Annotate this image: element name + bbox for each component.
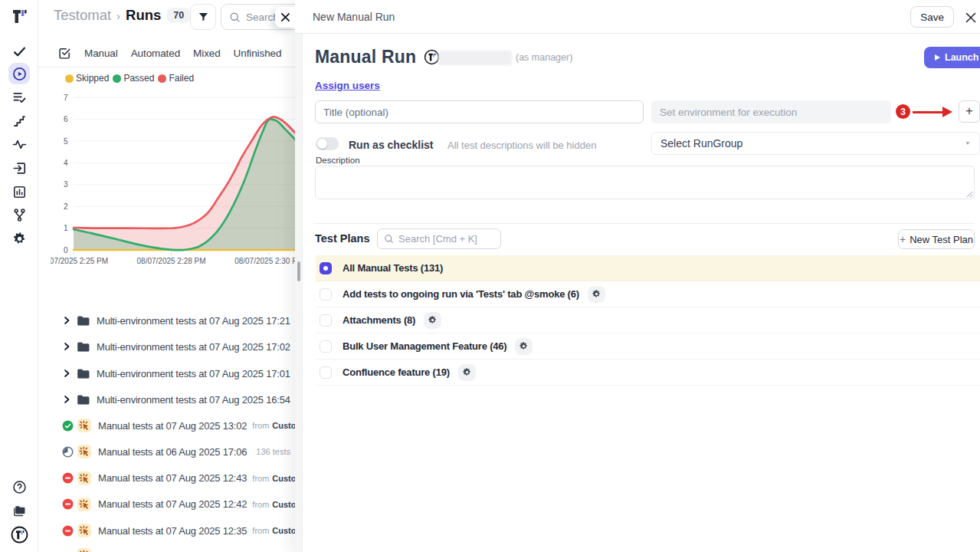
checkbox-unchecked-icon[interactable] <box>320 366 332 379</box>
checkbox-unchecked-icon[interactable] <box>320 340 332 353</box>
svg-text:0: 0 <box>64 246 68 255</box>
chevron-right-icon[interactable] <box>62 395 72 404</box>
run-as-checklist-toggle[interactable] <box>316 137 339 150</box>
tab-automated[interactable]: Automated <box>131 48 180 59</box>
sidebar-item-runs[interactable] <box>0 63 38 84</box>
chevron-right-icon[interactable] <box>62 342 72 351</box>
legend-failed[interactable]: Failed <box>158 73 194 84</box>
test-plan-label[interactable]: Confluence feature (19) <box>343 366 450 378</box>
launch-button[interactable]: Launch <box>924 47 980 68</box>
check-icon <box>12 44 27 59</box>
sidebar-item-plans[interactable] <box>0 87 38 108</box>
drawer-close-handle[interactable] <box>275 7 295 28</box>
sidebar-item-tests[interactable] <box>0 41 38 62</box>
add-environment-button[interactable]: + <box>959 100 980 123</box>
run-title[interactable]: Manual tests at 07 Aug 2025 12:43 <box>98 472 247 484</box>
drawer-scrollbar[interactable] <box>295 34 303 552</box>
checkbox-unchecked-icon[interactable] <box>320 314 332 327</box>
test-plans-search-input[interactable] <box>398 233 490 245</box>
manual-run-icon <box>77 419 91 432</box>
sidebar-item-projects[interactable] <box>0 500 38 521</box>
test-plan-row[interactable]: Bulk User Management Feature (46) <box>316 334 980 360</box>
redacted-username <box>438 51 512 65</box>
test-plan-row[interactable]: Attachments (8) <box>316 307 980 334</box>
test-plan-label[interactable]: Attachments (8) <box>343 314 415 326</box>
activity-icon <box>12 137 27 152</box>
run-title[interactable]: Manual tests at 06 Aug 2025 17:06 <box>98 446 247 458</box>
tab-mixed[interactable]: Mixed <box>193 48 221 59</box>
help-circle-icon <box>12 480 27 495</box>
test-plan-row[interactable]: Add tests to ongoing run via 'Tests' tab… <box>316 281 980 307</box>
run-row[interactable]: Manual tests at 06 Aug 2025 17:06136 tes… <box>62 443 290 460</box>
sidebar-item-help[interactable] <box>0 476 38 498</box>
plan-settings-button[interactable] <box>458 364 476 381</box>
sidebar-item-pipelines[interactable] <box>0 204 38 225</box>
run-folder-row[interactable]: Multi-environment tests at 07 Aug 2025 1… <box>62 338 290 355</box>
sidebar-item-milestones[interactable] <box>0 110 38 132</box>
run-title[interactable]: Manual tests at 07 Aug 2025 12:35 <box>98 525 247 537</box>
run-row[interactable]: Manual tests at 07 Aug 2025 13:02fromCus… <box>62 417 303 434</box>
checkbox-unchecked-icon[interactable] <box>320 288 332 301</box>
test-plan-label[interactable]: Add tests to ongoing run via 'Tests' tab… <box>343 288 579 300</box>
run-folder-row[interactable]: Multi-environment tests at 07 Aug 2025 1… <box>62 365 290 382</box>
save-button[interactable]: Save <box>910 6 954 28</box>
section-divider <box>315 223 975 224</box>
testomat-circle-icon <box>11 526 28 544</box>
page-title: Runs <box>126 7 161 24</box>
folder-icon <box>77 341 90 353</box>
environment-input[interactable] <box>651 100 891 123</box>
svg-text:7: 7 <box>64 94 68 102</box>
run-row[interactable]: Manual tests at 07 Aug 2025 12:35fromCus… <box>62 522 303 539</box>
chevron-right-icon[interactable] <box>62 369 72 378</box>
rungroup-select[interactable]: Select RunGroup ▼ <box>651 132 980 155</box>
skipped-dot-icon <box>65 74 74 83</box>
sidebar-item-settings[interactable] <box>0 228 38 249</box>
sidebar-item-import[interactable] <box>0 157 38 179</box>
run-tests-count: 136 tests <box>256 447 290 456</box>
svg-text:08/07/2025 2:30 PM: 08/07/2025 2:30 PM <box>234 257 299 265</box>
select-runs-icon[interactable] <box>58 47 71 60</box>
chevron-right-icon[interactable] <box>62 316 72 325</box>
run-title-input[interactable] <box>315 100 644 123</box>
resize-grip-icon[interactable] <box>966 191 973 198</box>
new-test-plan-button[interactable]: + New Test Plan <box>898 229 975 249</box>
legend-skipped[interactable]: Skipped <box>65 73 109 84</box>
run-row[interactable]: Manual tests at 07 Aug 2025 12:42fromCus… <box>62 496 303 513</box>
annotation-step-badge: 3 <box>896 104 910 119</box>
filter-button[interactable] <box>190 4 216 30</box>
manual-run-icon <box>77 548 91 552</box>
run-folder-row[interactable]: Multi-environment tests at 07 Aug 2025 1… <box>62 312 290 329</box>
folder-title[interactable]: Multi-environment tests at 07 Aug 2025 1… <box>97 368 290 380</box>
folder-title[interactable]: Multi-environment tests at 07 Aug 2025 1… <box>97 394 290 406</box>
test-plan-row[interactable]: Confluence feature (19) <box>316 360 980 386</box>
failed-dot-icon <box>158 74 166 83</box>
plan-settings-button[interactable] <box>515 338 533 355</box>
test-plan-row-selected[interactable]: All Manual Tests (131) <box>316 255 980 281</box>
folder-title[interactable]: Multi-environment tests at 07 Aug 2025 1… <box>97 315 290 327</box>
workspace-avatar[interactable] <box>0 524 38 545</box>
run-folder-row[interactable]: Multi-environment tests at 07 Aug 2025 1… <box>62 391 290 408</box>
drawer-close-button[interactable] <box>965 12 976 23</box>
sidebar <box>0 0 38 552</box>
sidebar-item-reports[interactable] <box>0 181 38 202</box>
folder-title[interactable]: Multi-environment tests at 07 Aug 2025 1… <box>97 341 290 353</box>
manual-run-icon <box>77 472 91 485</box>
description-textarea[interactable] <box>315 166 975 199</box>
plan-settings-button[interactable] <box>588 286 605 303</box>
radio-checked-icon[interactable] <box>320 262 332 274</box>
run-row[interactable]: Manual tests at 07 Aug 2025 12:43fromCus… <box>62 470 303 487</box>
tab-manual[interactable]: Manual <box>84 48 118 59</box>
test-plan-label[interactable]: All Manual Tests (131) <box>343 262 443 274</box>
scrollbar-thumb[interactable] <box>297 261 300 281</box>
tab-unfinished[interactable]: Unfinished <box>234 48 282 59</box>
sidebar-item-analytics[interactable] <box>0 133 38 155</box>
breadcrumb-project[interactable]: Testomat <box>54 7 111 24</box>
run-title[interactable]: Manual tests at 07 Aug 2025 13:02 <box>98 420 247 432</box>
test-plans-search[interactable] <box>377 228 501 249</box>
testomat-logo-icon[interactable] <box>0 6 38 28</box>
test-plan-label[interactable]: Bulk User Management Feature (46) <box>343 340 506 352</box>
legend-passed[interactable]: Passed <box>113 73 154 84</box>
run-title[interactable]: Manual tests at 07 Aug 2025 12:42 <box>98 498 247 510</box>
assign-users-link[interactable]: Assign users <box>315 80 380 91</box>
plan-settings-button[interactable] <box>424 312 441 329</box>
